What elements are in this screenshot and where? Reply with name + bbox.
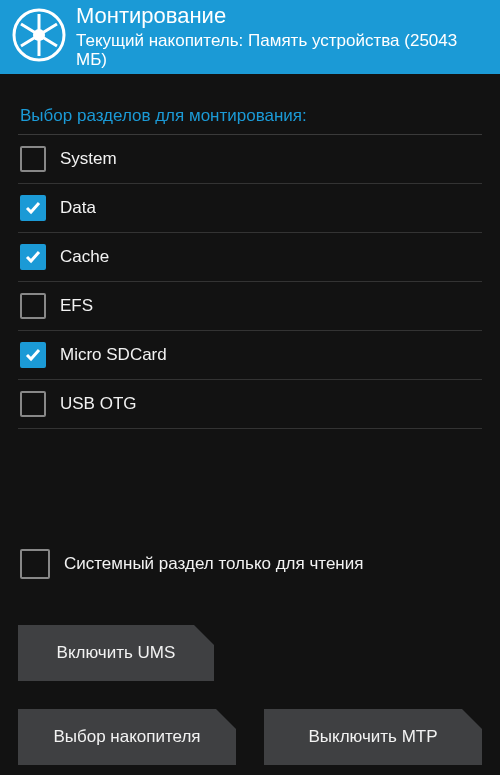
disable-mtp-button[interactable]: Выключить MTP [264,709,482,765]
partition-row[interactable]: EFS [18,282,482,331]
partition-label: USB OTG [60,394,137,414]
partition-checkbox[interactable] [20,195,46,221]
partition-label: Micro SDCard [60,345,167,365]
select-storage-button[interactable]: Выбор накопителя [18,709,236,765]
partition-checkbox[interactable] [20,244,46,270]
button-area: Включить UMS Выбор накопителя Выключить … [0,625,500,765]
partition-checkbox[interactable] [20,391,46,417]
partition-checkbox[interactable] [20,146,46,172]
partition-label: Data [60,198,96,218]
partition-label: Cache [60,247,109,267]
readonly-label: Системный раздел только для чтения [64,554,363,574]
partition-label: EFS [60,296,93,316]
partition-row[interactable]: Cache [18,233,482,282]
twrp-logo-icon [12,8,66,66]
partition-row[interactable]: Data [18,184,482,233]
header: Монтирование Текущий накопитель: Память … [0,0,500,74]
section-label: Выбор разделов для монтирования: [18,92,482,134]
partition-label: System [60,149,117,169]
partition-row[interactable]: USB OTG [18,380,482,429]
readonly-checkbox[interactable] [20,549,50,579]
readonly-checkbox-row[interactable]: Системный раздел только для чтения [18,539,482,589]
partition-checkbox[interactable] [20,342,46,368]
svg-point-1 [33,29,45,41]
page-title: Монтирование [76,4,488,28]
enable-ums-button[interactable]: Включить UMS [18,625,214,681]
partition-row[interactable]: Micro SDCard [18,331,482,380]
partition-row[interactable]: System [18,135,482,184]
storage-subtitle: Текущий накопитель: Память устройства (2… [76,32,488,69]
partition-checkbox[interactable] [20,293,46,319]
partition-list: SystemDataCacheEFSMicro SDCardUSB OTG [18,135,482,429]
